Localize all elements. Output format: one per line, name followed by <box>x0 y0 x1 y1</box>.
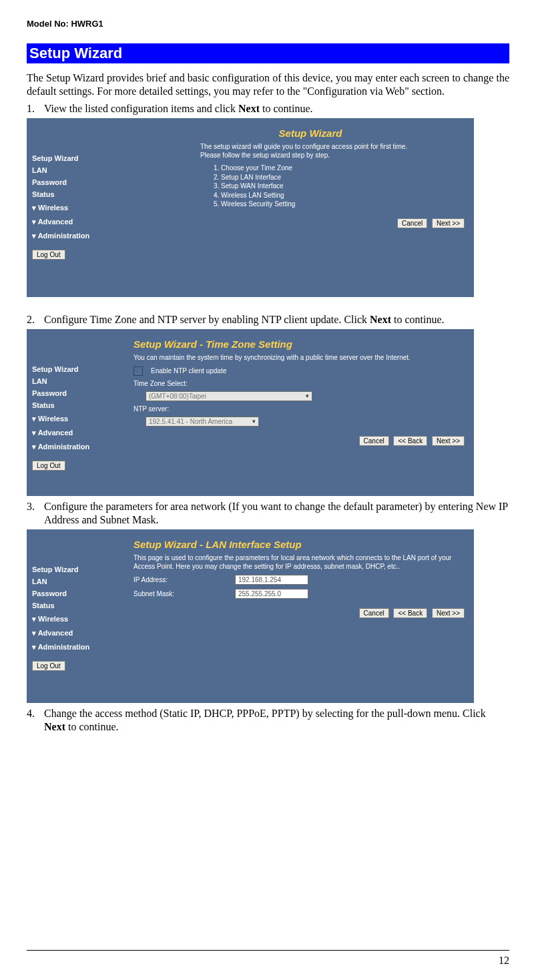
item-text: Change the access method (Static IP, DHC… <box>44 708 486 719</box>
sidebar-group-administration[interactable]: ▾ Administration <box>32 443 116 451</box>
sidebar-item-password[interactable]: Password <box>32 589 116 597</box>
next-button[interactable]: Next >> <box>432 436 465 446</box>
sidebar-group-wireless[interactable]: ▾ Wireless <box>32 415 116 423</box>
sidebar-group-label: Wireless <box>38 415 68 423</box>
sidebar-group-label: Administration <box>38 643 90 651</box>
wizard-title: Setup Wizard <box>154 128 467 139</box>
sidebar-group-label: Administration <box>38 443 90 451</box>
sidebar-group-label: Advanced <box>38 218 73 226</box>
sidebar-group-administration[interactable]: ▾ Administration <box>32 232 116 240</box>
item-number: 2. <box>27 313 39 326</box>
item-number: 1. <box>27 102 39 115</box>
ntp-server-value: 192.5.41.41 - North America <box>149 418 232 425</box>
sidebar-item-setup-wizard[interactable]: Setup Wizard <box>32 154 116 162</box>
list-item: 3. Configure the parameters for area net… <box>27 500 509 527</box>
intro-text: The Setup Wizard provides brief and basi… <box>27 71 509 98</box>
wizard-step: 2. Setup LAN Interface <box>214 173 467 182</box>
sidebar-item-lan[interactable]: LAN <box>32 577 116 585</box>
next-button[interactable]: Next >> <box>432 218 465 228</box>
tz-label: Time Zone Select: <box>133 380 188 387</box>
cancel-button[interactable]: Cancel <box>359 608 389 618</box>
ntp-server-label: NTP server: <box>133 405 169 413</box>
sidebar-group-wireless[interactable]: ▾ Wireless <box>32 204 116 212</box>
ntp-checkbox[interactable] <box>133 366 143 376</box>
item-text: View the listed configuration items and … <box>44 103 238 114</box>
mask-label: Subnet Mask: <box>133 590 227 597</box>
wizard-steps: 1. Choose your Time Zone 2. Setup LAN In… <box>214 164 467 209</box>
sidebar-group-advanced[interactable]: ▾ Advanced <box>32 218 116 226</box>
cancel-button[interactable]: Cancel <box>359 436 389 446</box>
sidebar-item-status[interactable]: Status <box>32 190 116 198</box>
screenshot-lan-interface: Setup Wizard LAN Password Status ▾ Wirel… <box>27 529 474 703</box>
item-text: Configure the parameters for area networ… <box>44 500 509 527</box>
section-banner: Setup Wizard <box>27 43 509 63</box>
logout-button[interactable]: Log Out <box>32 250 65 260</box>
model-no: Model No: HWRG1 <box>27 19 509 29</box>
back-button[interactable]: << Back <box>393 436 427 446</box>
sidebar-group-advanced[interactable]: ▾ Advanced <box>32 429 116 437</box>
wizard-desc: The setup wizard will guide you to confi… <box>200 143 467 160</box>
item-text: to continue. <box>260 103 313 114</box>
logout-button[interactable]: Log Out <box>32 661 65 671</box>
item-number: 4. <box>27 707 39 734</box>
wizard-step: 3. Setup WAN Interface <box>214 182 467 191</box>
ip-label: IP Address: <box>133 576 227 583</box>
wizard-title: Setup Wizard - Time Zone Setting <box>133 338 467 350</box>
back-button[interactable]: << Back <box>393 608 427 618</box>
sidebar-group-label: Wireless <box>38 204 68 212</box>
sidebar-item-password[interactable]: Password <box>32 389 116 397</box>
sidebar-group-administration[interactable]: ▾ Administration <box>32 643 116 652</box>
wizard-desc: You can maintain the system time by sync… <box>133 354 467 362</box>
screenshot-time-zone: Setup Wizard LAN Password Status ▾ Wirel… <box>27 329 474 496</box>
cancel-button[interactable]: Cancel <box>397 218 427 228</box>
wizard-desc: This page is used to configure the param… <box>133 554 467 571</box>
chevron-down-icon: ▾ <box>252 418 256 425</box>
ip-input[interactable] <box>235 575 308 585</box>
ntp-server-select[interactable]: 192.5.41.41 - North America▾ <box>146 417 259 427</box>
logout-button[interactable]: Log Out <box>32 461 65 471</box>
sidebar-item-setup-wizard[interactable]: Setup Wizard <box>32 365 116 373</box>
wizard-desc-line: The setup wizard will guide you to confi… <box>200 143 407 150</box>
sidebar-item-lan[interactable]: LAN <box>32 377 116 385</box>
wizard-step: 1. Choose your Time Zone <box>214 164 467 173</box>
sidebar: Setup Wizard LAN Password Status ▾ Wirel… <box>27 118 120 297</box>
tz-value: (GMT+08:00)Taipei <box>149 393 206 400</box>
item-bold: Next <box>238 103 260 114</box>
sidebar-group-label: Advanced <box>38 429 73 437</box>
item-text: Configure Time Zone and NTP server by en… <box>44 314 370 325</box>
screenshot-setup-wizard: Setup Wizard LAN Password Status ▾ Wirel… <box>27 118 474 297</box>
sidebar: Setup Wizard LAN Password Status ▾ Wirel… <box>27 529 120 703</box>
sidebar-item-status[interactable]: Status <box>32 601 116 609</box>
sidebar-group-advanced[interactable]: ▾ Advanced <box>32 629 116 638</box>
list-item: 1. View the listed configuration items a… <box>27 102 509 115</box>
sidebar: Setup Wizard LAN Password Status ▾ Wirel… <box>27 329 120 496</box>
tz-select[interactable]: (GMT+08:00)Taipei▾ <box>146 391 312 401</box>
wizard-title: Setup Wizard - LAN Interface Setup <box>133 539 467 550</box>
wizard-step: 4. Wireless LAN Setting <box>214 191 467 200</box>
sidebar-item-setup-wizard[interactable]: Setup Wizard <box>32 565 116 573</box>
wizard-desc-line: Please follow the setup wizard step by s… <box>200 152 330 159</box>
page-number: 12 <box>499 955 509 967</box>
mask-input[interactable] <box>235 589 308 599</box>
item-text: to continue. <box>391 314 445 325</box>
list-item: 4. Change the access method (Static IP, … <box>27 707 509 734</box>
wizard-step: 5. Wireless Security Setting <box>214 200 467 209</box>
sidebar-group-label: Administration <box>38 232 90 240</box>
sidebar-item-status[interactable]: Status <box>32 401 116 409</box>
sidebar-group-label: Wireless <box>38 615 68 623</box>
item-bold: Next <box>370 314 391 325</box>
sidebar-item-lan[interactable]: LAN <box>32 166 116 174</box>
item-number: 3. <box>27 500 39 527</box>
chevron-down-icon: ▾ <box>306 393 309 399</box>
sidebar-group-wireless[interactable]: ▾ Wireless <box>32 615 116 624</box>
next-button[interactable]: Next >> <box>432 608 465 618</box>
list-item: 2. Configure Time Zone and NTP server by… <box>27 313 509 326</box>
ntp-enable-label: Enable NTP client update <box>151 367 226 375</box>
item-text: to continue. <box>65 721 119 732</box>
sidebar-item-password[interactable]: Password <box>32 178 116 186</box>
item-bold: Next <box>44 721 65 732</box>
sidebar-group-label: Advanced <box>38 629 73 637</box>
